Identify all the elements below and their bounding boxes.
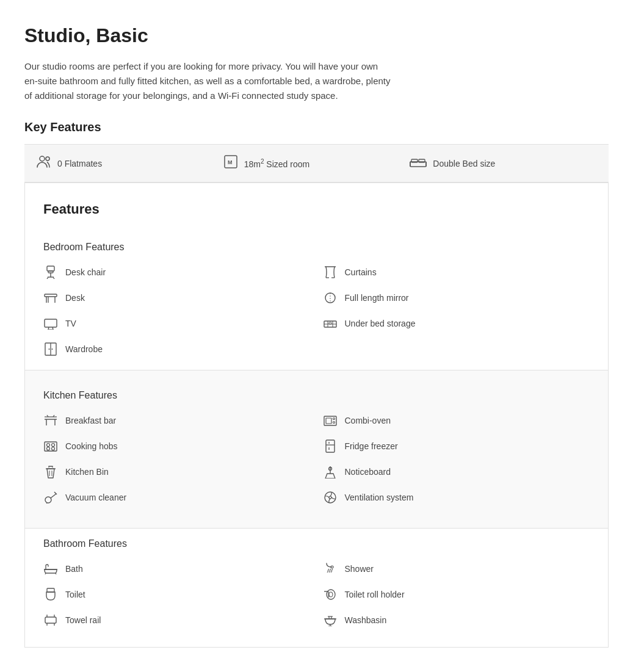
combi-oven-label: Combi-oven <box>345 416 391 425</box>
feature-curtains: Curtains <box>323 261 590 283</box>
svg-point-1 <box>46 157 49 161</box>
ventilation-system-icon <box>323 490 338 505</box>
svg-line-72 <box>330 569 331 571</box>
svg-line-76 <box>331 571 332 573</box>
svg-point-51 <box>47 447 50 450</box>
room-size-label: 18m2 Sized room <box>244 158 310 169</box>
desk-icon <box>43 291 58 305</box>
svg-text:M: M <box>228 159 233 165</box>
bed-size-label: Double Bed size <box>433 159 495 168</box>
key-feature-bed: Double Bed size <box>410 156 596 171</box>
svg-point-0 <box>40 156 45 161</box>
svg-line-15 <box>53 277 54 279</box>
svg-point-37 <box>52 349 53 350</box>
svg-point-79 <box>327 590 335 599</box>
svg-point-80 <box>329 592 333 597</box>
svg-rect-53 <box>326 440 335 452</box>
features-title: Features <box>43 201 590 217</box>
tv-label: TV <box>65 319 76 328</box>
fridge-freezer-icon <box>323 439 338 453</box>
toilet-roll-holder-icon <box>323 587 338 602</box>
toilet-label: Toilet <box>65 590 85 599</box>
kitchen-bin-label: Kitchen Bin <box>65 467 109 477</box>
feature-shower: Shower <box>323 558 590 580</box>
svg-rect-82 <box>45 617 56 623</box>
svg-rect-19 <box>45 294 57 297</box>
washbasin-label: Washbasin <box>345 615 387 625</box>
page-container: Studio, Basic Our studio rooms are perfe… <box>0 0 633 672</box>
bedroom-features-grid: Desk chair Curtains <box>43 261 590 370</box>
feature-toilet-roll-holder: Toilet roll holder <box>323 583 590 605</box>
bathroom-features-grid: Bath <box>43 558 590 641</box>
key-feature-flatmates: 0 Flatmates <box>37 156 223 171</box>
svg-point-52 <box>52 447 55 450</box>
cooking-hobs-label: Cooking hobs <box>65 441 118 451</box>
combi-oven-icon <box>323 413 338 428</box>
curtains-label: Curtains <box>345 267 377 277</box>
svg-line-69 <box>56 573 56 574</box>
svg-point-47 <box>333 422 335 424</box>
bathroom-category: Bathroom Features Bath <box>43 529 590 641</box>
kitchen-features-grid: Breakfast bar Combi-oven <box>43 410 590 518</box>
feature-noticeboard: Noticeboard <box>323 461 590 483</box>
bathroom-category-header: Bathroom Features <box>43 529 590 558</box>
desk-label: Desk <box>65 293 85 303</box>
svg-rect-25 <box>45 319 57 327</box>
fridge-freezer-label: Fridge freezer <box>345 441 398 451</box>
full-length-mirror-icon <box>323 291 338 305</box>
room-title: Studio, Basic <box>24 24 609 47</box>
svg-point-50 <box>52 444 55 447</box>
curtains-icon <box>323 265 338 280</box>
shower-label: Shower <box>345 564 374 574</box>
feature-desk: Desk <box>43 287 311 309</box>
key-feature-size: M 18m2 Sized room <box>223 154 410 172</box>
desk-chair-label: Desk chair <box>65 267 106 277</box>
toilet-icon <box>43 587 58 602</box>
kitchen-category-header: Kitchen Features <box>43 380 590 410</box>
noticeboard-icon <box>323 464 338 479</box>
svg-point-36 <box>49 349 50 350</box>
feature-ventilation-system: Ventilation system <box>323 486 590 508</box>
bed-icon <box>410 156 427 171</box>
noticeboard-label: Noticeboard <box>345 467 391 477</box>
feature-full-length-mirror: Full length mirror <box>323 287 590 309</box>
breakfast-bar-label: Breakfast bar <box>65 416 116 425</box>
bath-label: Bath <box>65 564 83 574</box>
full-length-mirror-label: Full length mirror <box>345 293 409 303</box>
ventilation-system-label: Ventilation system <box>345 493 414 502</box>
feature-wardrobe: Wardrobe <box>43 338 311 360</box>
room-size-icon: M <box>223 154 238 172</box>
feature-tv: TV <box>43 313 311 334</box>
kitchen-bin-icon <box>43 464 58 479</box>
wardrobe-label: Wardrobe <box>65 344 103 354</box>
key-features-heading: Key Features <box>24 120 609 134</box>
wardrobe-icon <box>43 342 58 356</box>
room-description: Our studio rooms are perfect if you are … <box>24 59 391 103</box>
svg-line-64 <box>46 503 47 504</box>
svg-line-68 <box>45 573 46 574</box>
bedroom-category: Bedroom Features Desk chair <box>43 232 590 370</box>
svg-point-70 <box>331 566 333 568</box>
feature-combi-oven: Combi-oven <box>323 410 590 432</box>
bath-icon <box>43 562 58 576</box>
under-bed-storage-icon <box>323 316 338 331</box>
vacuum-cleaner-label: Vacuum cleaner <box>65 493 126 502</box>
feature-cooking-hobs: Cooking hobs <box>43 435 311 457</box>
feature-under-bed-storage: Under bed storage <box>323 313 590 334</box>
feature-bath: Bath <box>43 558 311 580</box>
feature-desk-chair: Desk chair <box>43 261 311 283</box>
feature-washbasin: Washbasin <box>323 609 590 631</box>
feature-fridge-freezer: Fridge freezer <box>323 435 590 457</box>
svg-rect-11 <box>48 271 53 273</box>
flatmates-label: 0 Flatmates <box>57 159 102 168</box>
svg-rect-48 <box>45 442 57 451</box>
svg-point-46 <box>333 418 335 420</box>
cooking-hobs-icon <box>43 439 58 453</box>
feature-kitchen-bin: Kitchen Bin <box>43 461 311 483</box>
svg-rect-33 <box>329 322 331 324</box>
flatmates-icon <box>37 156 51 171</box>
svg-point-65 <box>325 492 336 503</box>
feature-toilet: Toilet <box>43 583 311 605</box>
vacuum-cleaner-icon <box>43 490 58 505</box>
desk-chair-icon <box>43 265 58 280</box>
